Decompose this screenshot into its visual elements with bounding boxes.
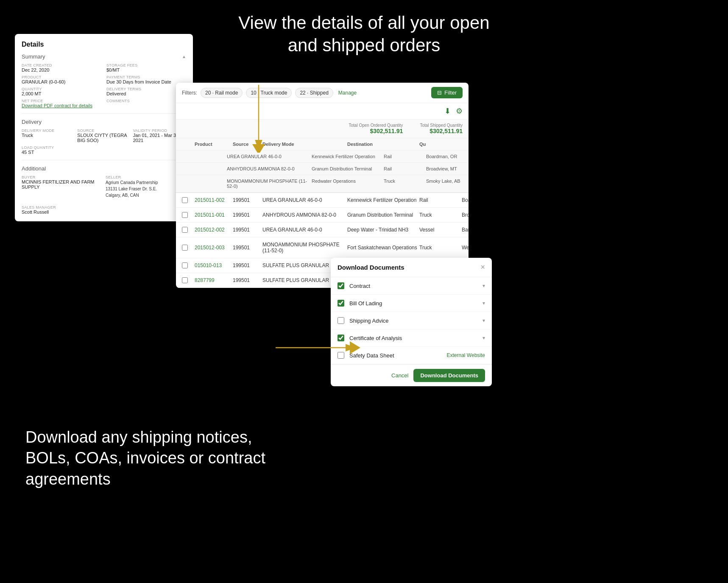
svg-marker-2 — [252, 144, 265, 153]
settings-icon-btn[interactable]: ⚙ — [456, 106, 463, 116]
doc-item-contract: Contract ▾ — [331, 277, 492, 295]
doc-checkbox-shipping-advice[interactable] — [338, 317, 344, 324]
summary-rows: UREA GRANULAR 46-0-0 Kennewick Fertilize… — [176, 151, 469, 193]
doc-checkbox-contract[interactable] — [338, 282, 344, 289]
summary-chevron: ▲ — [182, 54, 186, 59]
details-panel: Details Summary ▲ DATE CREATED Dec 22, 2… — [15, 34, 193, 221]
filter-shipped[interactable]: 22 · Shipped — [295, 88, 333, 98]
doc-label-coa: Certificate of Analysis — [349, 335, 477, 341]
summary-row: ANHYDROUS AMMONIA 82-0-0 Granum Distribu… — [176, 163, 469, 175]
total-shipped-qty: Total Shipped Quantity $302,511.91 — [420, 123, 463, 134]
hero-title: View the details of all your open and sh… — [237, 12, 491, 56]
doc-label-contract: Contract — [349, 283, 477, 289]
filter-rail-mode[interactable]: 20 · Rail mode — [201, 88, 243, 98]
contract-link-5[interactable]: 015010-013 — [195, 262, 233, 268]
table-row: 2015011-001 199501 ANHYDROUS AMMONIA 82-… — [176, 208, 469, 223]
table-row: 2015012-003 199501 MONOAMMONIUM PHOSPHAT… — [176, 237, 469, 258]
delivery-fields: DELIVERY MODE Truck SOURCE SLOUX CIYTY (… — [22, 128, 186, 155]
download-documents-button[interactable]: Download Documents — [413, 369, 485, 382]
contract-link-1[interactable]: 2015011-002 — [195, 197, 233, 203]
manage-link[interactable]: Manage — [338, 90, 357, 96]
doc-label-bol: Bill Of Lading — [349, 300, 477, 307]
modal-close-button[interactable]: × — [480, 263, 485, 272]
coa-chevron: ▾ — [483, 335, 485, 341]
total-open-qty: Total Open Ordered Quantity $302,511.91 — [349, 123, 403, 134]
details-panel-title: Details — [22, 41, 186, 48]
table-row: 2015011-002 199501 UREA GRANULAR 46-0-0 … — [176, 193, 469, 208]
contract-link-6[interactable]: 8287799 — [195, 277, 233, 283]
table-row: 2015012-002 199501 UREA GRANULAR 46-0-0 … — [176, 223, 469, 237]
summary-row: UREA GRANULAR 46-0-0 Kennewick Fertilize… — [176, 151, 469, 163]
icons-bar: ⬇ ⚙ — [176, 103, 469, 120]
row-checkbox-6[interactable] — [182, 277, 188, 283]
filter-bar: Filters: 20 · Rail mode 10 · Truck mode … — [176, 83, 469, 103]
download-icon-btn[interactable]: ⬇ — [444, 106, 451, 116]
additional-section-header: Additional ▲ — [22, 165, 186, 172]
row-checkbox-1[interactable] — [182, 197, 188, 203]
modal-footer: Cancel Download Documents — [331, 364, 492, 386]
cancel-button[interactable]: Cancel — [391, 372, 408, 379]
delivery-section-header: Delivery ▲ — [22, 119, 186, 125]
arrow-bottom — [276, 335, 360, 360]
row-checkbox-3[interactable] — [182, 227, 188, 233]
shipping-advice-chevron: ▾ — [483, 318, 485, 324]
contract-link-3[interactable]: 2015012-002 — [195, 227, 233, 233]
row-checkbox-4[interactable] — [182, 245, 188, 251]
svg-marker-5 — [350, 341, 360, 354]
bottom-description: Download any shipping notices, BOLs, COA… — [25, 427, 280, 490]
filter-icon: ⊟ — [437, 89, 442, 96]
doc-label-sds: Safety Data Sheet — [349, 352, 442, 359]
table-header: Product Source Delivery Mode Destination… — [176, 138, 469, 151]
doc-label-shipping-advice: Shipping Advice — [349, 318, 477, 324]
bol-chevron: ▾ — [483, 300, 485, 306]
contract-chevron: ▾ — [483, 283, 485, 289]
filter-button[interactable]: ⊟ Filter — [431, 87, 463, 98]
pdf-contract-link[interactable]: Download PDF contract for details — [22, 103, 101, 108]
main-table-panel: Filters: 20 · Rail mode 10 · Truck mode … — [176, 83, 469, 288]
contract-link-4[interactable]: 2015012-003 — [195, 245, 233, 251]
summary-section-header: Summary ▲ — [22, 53, 186, 60]
modal-header: Download Documents × — [331, 258, 492, 277]
summary-row: MONOAMMONIUM PHOSPHATE (11-52-0) Redwate… — [176, 175, 469, 192]
summary-fields: DATE CREATED Dec 22, 2020 STORAGE FEES $… — [22, 63, 186, 108]
modal-title: Download Documents — [338, 264, 404, 271]
doc-checkbox-bol[interactable] — [338, 300, 344, 307]
external-website-link[interactable]: External Website — [447, 352, 485, 358]
row-checkbox-5[interactable] — [182, 262, 188, 268]
download-documents-modal: Download Documents × Contract ▾ Bill Of … — [331, 258, 492, 386]
totals-bar: Total Open Ordered Quantity $302,511.91 … — [176, 120, 469, 138]
row-checkbox-2[interactable] — [182, 212, 188, 218]
contract-link-2[interactable]: 2015011-001 — [195, 212, 233, 218]
additional-fields: BUYER MCINNIS FERTILIZER AND FARM SUPPLY… — [22, 175, 186, 215]
doc-item-bol: Bill Of Lading ▾ — [331, 295, 492, 312]
doc-item-shipping-advice: Shipping Advice ▾ — [331, 312, 492, 329]
arrow-top — [246, 85, 271, 153]
